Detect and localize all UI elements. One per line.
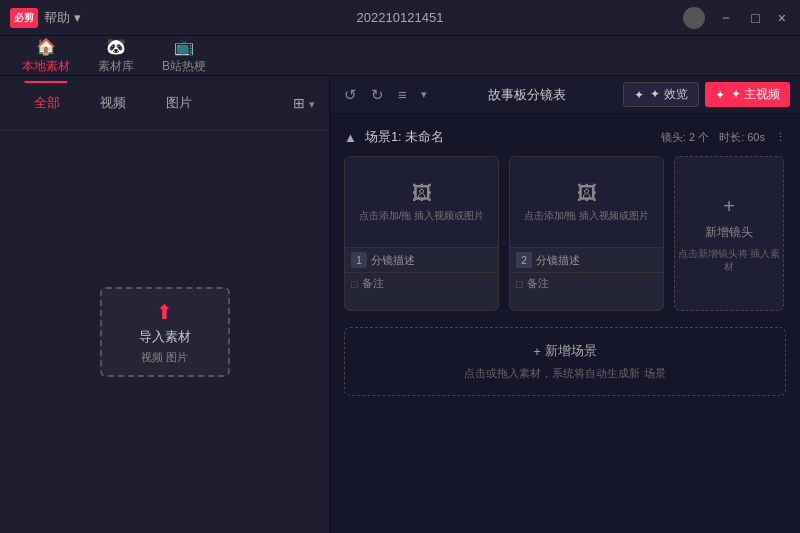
window-controls: － □ × [683, 7, 790, 29]
shot-note-2[interactable]: 备注 [527, 276, 549, 291]
maximize-button[interactable]: □ [747, 10, 763, 26]
plus-icon-scene: + [533, 344, 541, 359]
shot-label-row-1: 1 分镜描述 [345, 247, 498, 272]
preview-button[interactable]: ✦ ✦ 效览 [623, 82, 698, 107]
sidebar-nav: 全部 视频 图片 ⊞ ▾ [0, 76, 329, 131]
undo-button[interactable]: ↺ [340, 84, 361, 106]
scene-1: ▲ 场景1: 未命名 镜头: 2 个 时长: 60s ⋮ 🖼 点击添加/拖 插入… [344, 128, 786, 311]
scene-meta: 镜头: 2 个 时长: 60s ⋮ [661, 130, 786, 145]
filter-icon[interactable]: ⊞ ▾ [293, 95, 315, 111]
panel-toolbar: ↺ ↻ ≡ ▾ 故事板分镜表 ✦ ✦ 效览 ✦ ✦ 主视频 [330, 76, 800, 114]
shot-preview-2[interactable]: 🖼 点击添加/拖 插入视频或图片 [510, 157, 663, 247]
redo-button[interactable]: ↻ [367, 84, 388, 106]
main-layout: 全部 视频 图片 ⊞ ▾ ⬆ 导入素材 [0, 76, 800, 533]
scene-header: ▲ 场景1: 未命名 镜头: 2 个 时长: 60s ⋮ [344, 128, 786, 146]
add-shot-button[interactable]: + 新增镜头 点击新增镜头将 插入素材 [674, 156, 784, 311]
help-menu[interactable]: 帮助 ▾ [44, 9, 81, 27]
sidebar-content: ⬆ 导入素材 视频 图片 [0, 131, 329, 533]
shot-note-row-1: □ 备注 [345, 272, 498, 294]
window-title: 202210121451 [357, 10, 444, 25]
tab-bar: 🏠 本地素材 🐼 素材库 📺 B站热梗 [0, 36, 800, 76]
shot-card-1: 🖼 点击添加/拖 插入视频或图片 1 分镜描述 □ 备注 [344, 156, 499, 311]
tab-material-library[interactable]: 🐼 素材库 [86, 33, 146, 79]
logo-icon: 必剪 [10, 8, 38, 28]
sidebar-item-video[interactable]: 视频 [80, 88, 146, 118]
shot-label-row-2: 2 分镜描述 [510, 247, 663, 272]
scene-shots: 🖼 点击添加/拖 插入视频或图片 1 分镜描述 □ 备注 [344, 156, 786, 311]
avatar[interactable] [683, 7, 705, 29]
panda-icon: 🐼 [106, 37, 126, 56]
note-icon-1: □ [351, 278, 358, 290]
shot-label-1[interactable]: 分镜描述 [371, 253, 415, 268]
minimize-button[interactable]: － [715, 9, 737, 27]
tab-local-material[interactable]: 🏠 本地素材 [10, 33, 82, 79]
storyboard: ▲ 场景1: 未命名 镜头: 2 个 时长: 60s ⋮ 🖼 点击添加/拖 插入… [330, 114, 800, 533]
sidebar-item-image[interactable]: 图片 [146, 88, 212, 118]
shot-note-1[interactable]: 备注 [362, 276, 384, 291]
add-scene-button[interactable]: + 新增场景 点击或拖入素材，系统将自动生成新 场景 [344, 327, 786, 396]
titlebar: 必剪 帮助 ▾ 202210121451 － □ × [0, 0, 800, 36]
shot-label-2[interactable]: 分镜描述 [536, 253, 580, 268]
shot-note-row-2: □ 备注 [510, 272, 663, 294]
tv-icon: 📺 [174, 37, 194, 56]
chevron-down-icon: ▾ [74, 10, 81, 25]
home-icon: 🏠 [36, 37, 56, 56]
image-placeholder-icon-2: 🖼 [577, 182, 597, 205]
right-panel: ↺ ↻ ≡ ▾ 故事板分镜表 ✦ ✦ 效览 ✦ ✦ 主视频 [330, 76, 800, 533]
toolbar-right-buttons: ✦ ✦ 效览 ✦ ✦ 主视频 [623, 82, 790, 107]
menu-button[interactable]: ≡ [394, 84, 411, 105]
shot-number-2: 2 [516, 252, 532, 268]
sidebar: 全部 视频 图片 ⊞ ▾ ⬆ 导入素材 [0, 76, 330, 533]
arrow-icon[interactable]: ▲ [344, 130, 357, 145]
image-placeholder-icon: 🖼 [412, 182, 432, 205]
main-video-button[interactable]: ✦ ✦ 主视频 [705, 82, 790, 107]
star-icon: ✦ [634, 88, 644, 102]
star-icon-2: ✦ [715, 88, 725, 102]
tab-bilibili-hot[interactable]: 📺 B站热梗 [150, 33, 218, 79]
plus-icon: + [723, 195, 735, 218]
close-button[interactable]: × [774, 10, 790, 26]
chevron-down-icon[interactable]: ▾ [417, 86, 431, 103]
sidebar-item-all[interactable]: 全部 [14, 88, 80, 118]
shot-card-2: 🖼 点击添加/拖 插入视频或图片 2 分镜描述 □ 备注 [509, 156, 664, 311]
add-scene-title: + 新增场景 [533, 342, 597, 360]
add-scene-subtitle: 点击或拖入素材，系统将自动生成新 场景 [464, 366, 665, 381]
panel-title: 故事板分镜表 [437, 86, 618, 104]
scene-title: 场景1: 未命名 [365, 128, 444, 146]
note-icon-2: □ [516, 278, 523, 290]
shot-preview-1[interactable]: 🖼 点击添加/拖 插入视频或图片 [345, 157, 498, 247]
more-icon[interactable]: ⋮ [775, 131, 786, 144]
shot-number-1: 1 [351, 252, 367, 268]
import-icon: ⬆ [156, 300, 173, 324]
app-logo: 必剪 [10, 8, 38, 28]
import-button[interactable]: ⬆ 导入素材 视频 图片 [100, 287, 230, 377]
